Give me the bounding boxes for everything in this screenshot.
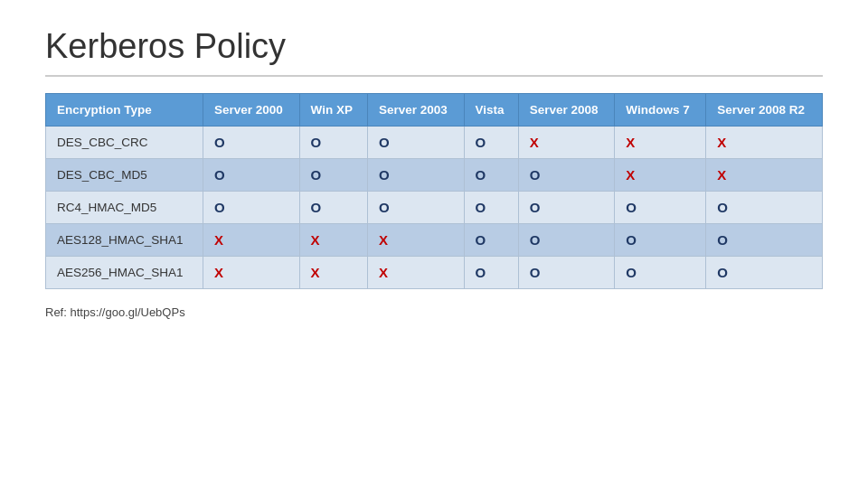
table-row: AES128_HMAC_SHA1XXXOOOO	[46, 224, 823, 257]
encryption-type-cell: DES_CBC_CRC	[46, 127, 203, 159]
support-cell: O	[464, 257, 518, 289]
support-cell: X	[299, 224, 367, 257]
support-cell: O	[203, 159, 299, 192]
support-cell: O	[299, 127, 367, 159]
support-cell: O	[464, 192, 518, 224]
support-cell: O	[367, 127, 464, 159]
support-cell: O	[367, 192, 464, 224]
support-cell: O	[203, 192, 299, 224]
encryption-type-cell: AES128_HMAC_SHA1	[46, 224, 203, 257]
support-cell: O	[615, 257, 706, 289]
support-cell: X	[518, 127, 615, 159]
support-cell: O	[706, 192, 823, 224]
table-header: Encryption TypeServer 2000Win XPServer 2…	[46, 94, 823, 127]
encryption-type-cell: RC4_HMAC_MD5	[46, 192, 203, 224]
page-title: Kerberos Policy	[45, 27, 823, 66]
support-cell: O	[464, 159, 518, 192]
column-header: Server 2000	[203, 94, 299, 127]
table-row: DES_CBC_CRCOOOOXXX	[46, 127, 823, 159]
column-header: Encryption Type	[46, 94, 203, 127]
support-cell: O	[518, 192, 615, 224]
table-row: DES_CBC_MD5OOOOOXX	[46, 159, 823, 192]
table-row: RC4_HMAC_MD5OOOOOOO	[46, 192, 823, 224]
support-cell: X	[615, 127, 706, 159]
reference-link: Ref: https://goo.gl/UebQPs	[45, 305, 823, 319]
support-cell: X	[203, 257, 299, 289]
column-header: Win XP	[299, 94, 367, 127]
support-cell: O	[518, 224, 615, 257]
support-cell: O	[367, 159, 464, 192]
support-cell: O	[203, 127, 299, 159]
support-cell: X	[706, 127, 823, 159]
column-header: Server 2003	[367, 94, 464, 127]
support-cell: O	[464, 127, 518, 159]
column-header: Server 2008	[518, 94, 615, 127]
support-cell: X	[706, 159, 823, 192]
support-cell: X	[367, 224, 464, 257]
support-cell: O	[464, 224, 518, 257]
encryption-type-cell: DES_CBC_MD5	[46, 159, 203, 192]
encryption-type-cell: AES256_HMAC_SHA1	[46, 257, 203, 289]
support-cell: X	[367, 257, 464, 289]
table-row: AES256_HMAC_SHA1XXXOOOO	[46, 257, 823, 289]
kerberos-policy-table: Encryption TypeServer 2000Win XPServer 2…	[45, 93, 823, 289]
support-cell: O	[299, 159, 367, 192]
support-cell: O	[299, 192, 367, 224]
column-header: Windows 7	[615, 94, 706, 127]
support-cell: O	[518, 159, 615, 192]
support-cell: O	[706, 257, 823, 289]
column-header: Server 2008 R2	[706, 94, 823, 127]
support-cell: X	[203, 224, 299, 257]
support-cell: O	[706, 224, 823, 257]
support-cell: X	[299, 257, 367, 289]
support-cell: O	[518, 257, 615, 289]
support-cell: X	[615, 159, 706, 192]
title-divider	[45, 75, 823, 77]
column-header: Vista	[464, 94, 518, 127]
support-cell: O	[615, 224, 706, 257]
support-cell: O	[615, 192, 706, 224]
